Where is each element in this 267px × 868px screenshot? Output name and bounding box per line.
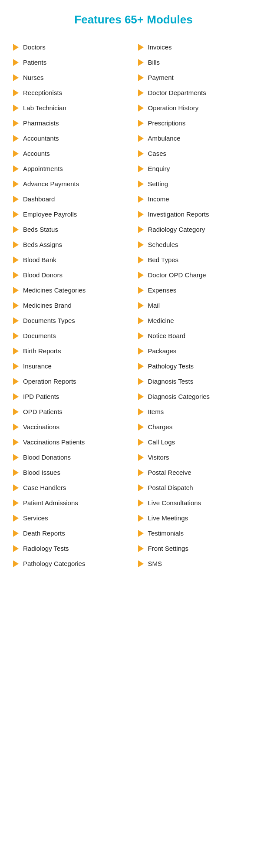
feature-label: Case Handlers bbox=[23, 484, 66, 491]
list-item: Lab Technician bbox=[9, 100, 134, 115]
feature-label: Investigation Reports bbox=[148, 210, 209, 218]
feature-label: Vaccinations Patients bbox=[23, 438, 85, 446]
list-item: Documents bbox=[9, 328, 134, 343]
chevron-right-icon bbox=[138, 439, 144, 446]
list-item: Services bbox=[9, 510, 134, 526]
list-item: Items bbox=[134, 404, 259, 419]
list-item: Payment bbox=[134, 70, 259, 85]
chevron-right-icon bbox=[13, 530, 19, 537]
chevron-right-icon bbox=[13, 256, 19, 263]
features-grid: Doctors Invoices Patients Bills Nurses P… bbox=[9, 39, 258, 571]
feature-label: Advance Payments bbox=[23, 180, 79, 187]
list-item: Beds Assigns bbox=[9, 237, 134, 252]
feature-label: Cases bbox=[148, 150, 167, 157]
feature-label: Bills bbox=[148, 59, 160, 66]
chevron-right-icon bbox=[138, 317, 144, 324]
list-item: Bills bbox=[134, 55, 259, 70]
feature-label: Pathology Tests bbox=[148, 362, 194, 370]
list-item: Employee Payrolls bbox=[9, 207, 134, 222]
chevron-right-icon bbox=[138, 241, 144, 248]
feature-label: Enquiry bbox=[148, 165, 170, 172]
feature-label: Invoices bbox=[148, 43, 172, 51]
list-item: Charges bbox=[134, 419, 259, 434]
chevron-right-icon bbox=[138, 500, 144, 506]
feature-label: SMS bbox=[148, 560, 162, 567]
list-item: Receptionists bbox=[9, 85, 134, 100]
feature-label: Radiology Category bbox=[148, 226, 205, 233]
feature-label: Lab Technician bbox=[23, 104, 66, 112]
list-item: Blood Donors bbox=[9, 267, 134, 283]
feature-label: Postal Dispatch bbox=[148, 484, 193, 491]
feature-label: Accountants bbox=[23, 135, 59, 142]
chevron-right-icon bbox=[138, 484, 144, 491]
chevron-right-icon bbox=[13, 302, 19, 309]
list-item: Nurses bbox=[9, 70, 134, 85]
chevron-right-icon bbox=[13, 241, 19, 248]
chevron-right-icon bbox=[13, 74, 19, 81]
chevron-right-icon bbox=[13, 287, 19, 294]
list-item: Doctor Departments bbox=[134, 85, 259, 100]
list-item: Notice Board bbox=[134, 328, 259, 343]
list-item: Blood Donations bbox=[9, 450, 134, 465]
list-item: Patients bbox=[9, 55, 134, 70]
list-item: Blood Issues bbox=[9, 465, 134, 480]
list-item: Insurance bbox=[9, 358, 134, 374]
feature-label: Death Reports bbox=[23, 529, 65, 537]
list-item: Invoices bbox=[134, 39, 259, 55]
feature-label: Pharmacists bbox=[23, 119, 59, 127]
chevron-right-icon bbox=[138, 348, 144, 355]
feature-label: Bed Types bbox=[148, 256, 179, 263]
chevron-right-icon bbox=[13, 59, 19, 66]
list-item: Ambulance bbox=[134, 131, 259, 146]
feature-label: Visitors bbox=[148, 454, 169, 461]
chevron-right-icon bbox=[13, 469, 19, 476]
feature-label: Doctor Departments bbox=[148, 89, 206, 96]
chevron-right-icon bbox=[138, 287, 144, 294]
chevron-right-icon bbox=[138, 424, 144, 431]
chevron-right-icon bbox=[13, 348, 19, 355]
feature-label: Medicine bbox=[148, 317, 174, 324]
list-item: Expenses bbox=[134, 283, 259, 298]
chevron-right-icon bbox=[138, 272, 144, 279]
feature-label: Testimonials bbox=[148, 529, 184, 537]
chevron-right-icon bbox=[13, 378, 19, 385]
list-item: Patient Admissions bbox=[9, 495, 134, 510]
chevron-right-icon bbox=[13, 560, 19, 567]
chevron-right-icon bbox=[138, 545, 144, 552]
chevron-right-icon bbox=[138, 332, 144, 339]
chevron-right-icon bbox=[13, 135, 19, 142]
list-item: Mail bbox=[134, 298, 259, 313]
feature-label: Diagnosis Tests bbox=[148, 378, 194, 385]
chevron-right-icon bbox=[13, 363, 19, 370]
feature-label: Notice Board bbox=[148, 332, 186, 339]
chevron-right-icon bbox=[13, 500, 19, 506]
chevron-right-icon bbox=[138, 59, 144, 66]
feature-label: Diagnosis Categories bbox=[148, 393, 210, 400]
chevron-right-icon bbox=[138, 560, 144, 567]
chevron-right-icon bbox=[138, 515, 144, 522]
list-item: Packages bbox=[134, 343, 259, 358]
list-item: Front Settings bbox=[134, 541, 259, 556]
chevron-right-icon bbox=[13, 120, 19, 127]
chevron-right-icon bbox=[13, 44, 19, 51]
list-item: Medicines Brand bbox=[9, 298, 134, 313]
list-item: Income bbox=[134, 191, 259, 207]
feature-label: Doctors bbox=[23, 43, 46, 51]
chevron-right-icon bbox=[138, 226, 144, 233]
chevron-right-icon bbox=[138, 408, 144, 415]
feature-label: Live Consultations bbox=[148, 499, 201, 506]
feature-label: Pathology Categories bbox=[23, 560, 85, 567]
chevron-right-icon bbox=[138, 89, 144, 96]
feature-label: Income bbox=[148, 195, 169, 203]
feature-label: Birth Reports bbox=[23, 347, 61, 355]
chevron-right-icon bbox=[13, 150, 19, 157]
list-item: Diagnosis Tests bbox=[134, 374, 259, 389]
chevron-right-icon bbox=[13, 317, 19, 324]
chevron-right-icon bbox=[138, 211, 144, 218]
chevron-right-icon bbox=[13, 105, 19, 112]
feature-label: Schedules bbox=[148, 241, 178, 248]
feature-label: Medicines Brand bbox=[23, 302, 72, 309]
feature-label: Employee Payrolls bbox=[23, 210, 77, 218]
list-item: Documents Types bbox=[9, 313, 134, 328]
list-item: Dashboard bbox=[9, 191, 134, 207]
